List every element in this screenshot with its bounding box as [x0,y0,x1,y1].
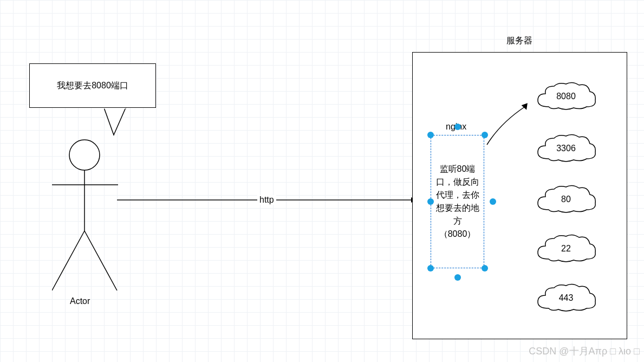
cloud-label-3306: 3306 [544,144,588,153]
selection-handle[interactable] [454,124,461,130]
svg-point-1 [69,140,100,170]
server-label: 服务器 [506,35,532,47]
watermark: CSDN @十月Aπρ □ λιο □ [529,345,640,358]
nginx-box[interactable]: 监听80端口，做反向代理，去你想要去的地方（8080） [431,135,484,268]
selection-handle[interactable] [490,198,496,205]
selection-handle[interactable] [454,274,461,281]
speech-text: 我想要去8080端口 [57,80,128,92]
cloud-label-22: 22 [544,244,588,254]
speech-bubble: 我想要去8080端口 [29,63,156,108]
cloud-label-8080: 8080 [544,92,588,101]
selection-handle[interactable] [482,265,488,272]
svg-line-4 [52,231,84,290]
selection-handle[interactable] [427,265,434,272]
selection-handle[interactable] [427,198,434,205]
arrow-label: http [257,195,276,205]
svg-line-5 [84,231,117,290]
proxy-arrow [484,101,533,147]
speech-tail [104,108,136,140]
cloud-label-80: 80 [544,195,588,204]
selection-handle[interactable] [427,132,434,138]
svg-marker-8 [522,103,530,111]
nginx-text: 监听80端口，做反向代理，去你想要去的地方（8080） [435,163,479,241]
actor-figure [52,139,128,296]
actor-label: Actor [70,296,90,306]
cloud-label-443: 443 [544,293,588,303]
